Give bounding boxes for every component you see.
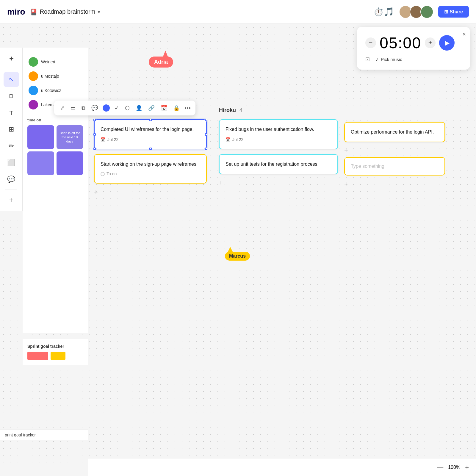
print-goal-tracker[interactable]: print goal tracker [0,429,88,440]
card-right-1-text: Optimize performance for the login API. [351,129,434,134]
shapes-tool-button[interactable]: ⊞ [4,122,19,137]
type-placeholder: Type something [351,164,384,169]
user-avatar-mostajo [29,71,38,81]
time-off-cards: Brian is off for the next 10 days [27,125,83,175]
board-title: Roadmap brainstorm [40,8,95,15]
add-tool-button[interactable]: + [4,192,19,208]
zoom-level: 100% [448,465,460,470]
ft-layers-button[interactable]: ⧉ [80,104,87,112]
note-tool-button[interactable]: 🗒 [4,88,19,104]
timer-widget: × − 05:00 + ⊡ ♪ Pick music [357,27,470,70]
sprint-color-red [27,352,48,360]
timer-time: 05:00 [380,34,421,52]
card-hiroku-1-text: Fixed bugs in the user authentication fl… [226,127,314,132]
card-adria-2-status: To do [101,171,200,177]
col-count-hiroku: 4 [239,107,242,113]
card-hiroku-1-date: 📅 Jul 22 [226,137,331,143]
sprint-colors [27,352,83,360]
card-right-1[interactable]: Optimize performance for the login API. [344,122,445,142]
timer-music-button[interactable]: ♪ Pick music [376,56,402,62]
timer-minus-button[interactable]: − [365,37,376,48]
pen-tool-button[interactable]: ✏ [4,138,19,154]
card-adria-2[interactable]: Start working on the sign-up page wirefr… [94,154,207,184]
user-avatar-kotowicz [29,86,38,95]
share-button[interactable]: ⊞ Share [438,6,469,18]
add-card-right-bottom-button[interactable]: + [344,180,445,188]
frame-tool-button[interactable]: ⬜ [4,155,19,170]
user-item-kotowicz: u Kotowicz [27,83,83,98]
ft-tag-button[interactable]: ⬡ [124,104,131,112]
floating-toolbar: ⤢ ▭ ⧉ 💬 ✓ ⬡ 👤 🔗 📅 🔒 ••• [54,101,195,115]
mini-card-3[interactable] [27,151,54,175]
select-tool-button[interactable]: ↖ [4,72,19,87]
card-hiroku-2-text: Set up unit tests for the registration p… [226,162,319,167]
text-tool-button[interactable]: T [4,105,19,120]
add-card-hiroku-button[interactable]: + [219,179,338,187]
add-card-right-button[interactable]: + [344,147,445,155]
ft-calendar-button[interactable]: 📅 [159,104,168,112]
zoom-out-button[interactable]: — [437,464,443,471]
user-name-weinert: Weinert [41,60,55,64]
handle-tm [149,119,152,121]
comment-tool-button[interactable]: 💬 [4,172,19,187]
adria-label: Adria [149,57,173,68]
ft-lock-button[interactable]: 🔒 [172,104,181,112]
user-name-kotowicz: u Kotowicz [41,88,61,93]
type-something-card[interactable]: Type something [344,157,445,176]
board-dropdown[interactable]: ▾ [98,9,100,15]
ft-chat-button[interactable]: 💬 [90,104,99,112]
col-name-hiroku: Hiroku [219,107,236,113]
ft-expand-button[interactable]: ⤢ [59,104,66,112]
card-hiroku-2[interactable]: Set up unit tests for the registration p… [219,154,338,174]
calendar-icon-2: 📅 [226,137,231,143]
share-icon: ⊞ [444,9,448,15]
avatar-3[interactable] [420,5,433,18]
main-content: 4 Adria 3 Completed [88,101,476,476]
card-adria-1-text: Completed UI wireframes for the login pa… [101,127,194,132]
user-item-mostajo: u Mostajo [27,69,83,83]
col-header-hiroku: Hiroku 4 [219,107,338,113]
ft-person-button[interactable]: 👤 [134,104,143,112]
ft-color-button[interactable] [103,104,110,112]
timer-icon[interactable]: ⏱️🎵 [373,7,394,17]
timer-plus-button[interactable]: + [425,37,436,48]
logo: miro [7,7,25,17]
canvas[interactable]: Patricia Adria ✦ ↖ 🗒 T ⊞ ✏ ⬜ 💬 + Weinert [0,24,476,476]
music-icon: ♪ [376,56,378,62]
ft-check-button[interactable]: ✓ [113,104,120,112]
ft-link-button[interactable]: 🔗 [147,104,156,112]
sprint-title: Sprint goal tracker [27,344,83,349]
column-right: Optimize performance for the login API. … [338,107,445,470]
avatars [399,5,433,18]
share-label: Share [450,9,463,15]
card-adria-2-text: Start working on the sign-up page wirefr… [101,162,198,167]
time-off-title: time off [27,118,83,122]
user-avatar-weinert [29,57,38,67]
calendar-icon: 📅 [101,137,106,143]
mini-card-4[interactable] [57,151,83,175]
user-item-weinert: Weinert [27,55,83,69]
timer-play-button[interactable] [439,35,455,51]
card-hiroku-1[interactable]: Fixed bugs in the user authentication fl… [219,119,338,149]
status-dot [101,172,105,176]
ft-frame-button[interactable]: ▭ [69,104,77,112]
card-adria-1[interactable]: Completed UI wireframes for the login pa… [94,119,207,149]
timer-music-label: Pick music [381,57,402,62]
left-toolbar: ✦ ↖ 🗒 T ⊞ ✏ ⬜ 💬 + [0,48,23,211]
marcus-cursor: Marcus [225,247,250,261]
timer-close-button[interactable]: × [462,31,466,38]
topbar: miro 🎴 Roadmap brainstorm ▾ ⏱️🎵 ⊞ Share [0,0,476,24]
ai-tool-button[interactable]: ✦ [4,51,19,67]
handle-ml [93,133,96,136]
add-card-adria-button[interactable]: + [94,188,207,196]
ft-more-button[interactable]: ••• [184,105,191,112]
column-adria: Adria 3 Completed UI wireframes for the … [94,107,213,470]
time-off-section: time off Brian is off for the next 10 da… [27,118,83,175]
timer-screen-icon[interactable]: ⊡ [365,56,370,62]
mini-card-1[interactable] [27,125,54,149]
zoom-in-button[interactable]: + [465,464,469,471]
handle-bm [149,148,152,150]
mini-card-2[interactable]: Brian is off for the next 10 days [57,125,83,149]
sidebar-panel: Weinert u Mostajo u Kotowicz Lakeman tim… [23,48,88,333]
kanban-board: Adria 3 Completed UI wireframes for the … [88,101,476,476]
